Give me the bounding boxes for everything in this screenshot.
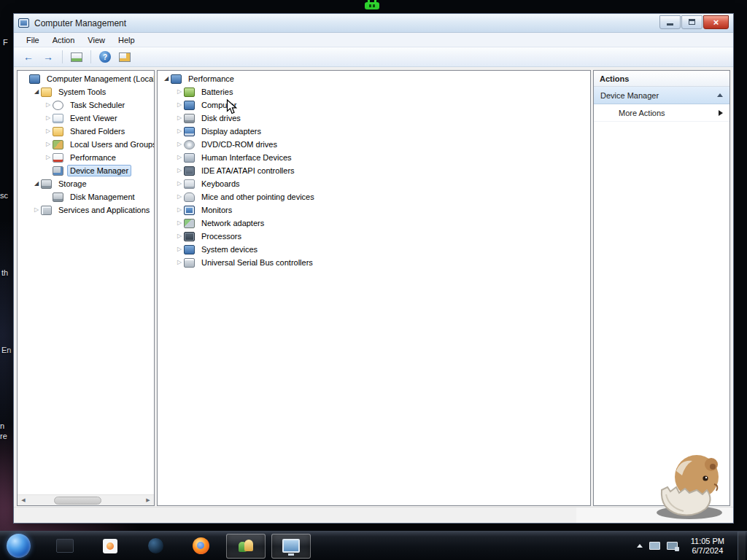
tree-item-computer-management-local[interactable]: Computer Management (Local [18,72,154,85]
expand-arrow-icon[interactable]: ▷ [175,88,184,96]
tree-item-shared-folders[interactable]: ▷Shared Folders [18,125,154,138]
tree-item-ide-ata-atapi-controllers[interactable]: ▷IDE ATA/ATAPI controllers [158,164,590,177]
tray-overflow-chevron-icon[interactable] [637,544,643,548]
expand-arrow-icon[interactable]: ▷ [175,114,184,122]
tree-item-batteries[interactable]: ▷Batteries [158,85,590,98]
expand-arrow-icon[interactable]: ▷ [44,128,53,135]
more-actions-item[interactable]: More Actions [594,104,729,122]
tree-item-display-adapters[interactable]: ▷Display adapters [158,125,590,138]
tree-item-processors[interactable]: ▷Processors [158,230,590,243]
expand-arrow-icon[interactable]: ▷ [175,101,184,109]
scroll-right-button[interactable]: ▶ [142,495,154,506]
tree-item-human-interface-devices[interactable]: ▷Human Interface Devices [158,151,590,164]
tree-item-local-users-and-groups[interactable]: ▷Local Users and Groups [18,138,154,151]
menu-file[interactable]: File [20,34,46,46]
help-button[interactable]: ? [96,49,114,65]
expand-arrow-icon[interactable]: ▷ [175,219,184,227]
start-button[interactable] [7,534,31,558]
collapse-chevron-icon[interactable] [717,93,723,97]
dm-hid-icon [184,153,195,163]
maximize-icon [689,19,695,25]
tree-item-monitors[interactable]: ▷Monitors [158,203,590,217]
expand-arrow-icon[interactable]: ▷ [175,128,184,135]
collapse-arrow-icon[interactable]: ◢ [32,88,41,96]
tree-item-label: Mice and other pointing devices [198,191,317,203]
forward-arrow-icon: → [43,52,53,62]
collapse-arrow-icon[interactable]: ◢ [32,180,41,187]
tree-item-label: Display adapters [198,125,264,137]
taskbar-app-dark-window[interactable] [45,534,85,559]
green-sprite-icon [363,0,381,13]
expand-arrow-icon[interactable]: ▷ [175,167,184,174]
tree-item-performance[interactable]: ▷Performance [18,151,154,164]
close-button[interactable]: × [703,15,729,29]
expand-arrow-icon[interactable]: ▷ [175,233,184,240]
tree-item-system-tools[interactable]: ◢System Tools [18,85,154,98]
tree-item-performance[interactable]: ◢Performance [158,72,590,85]
tree-item-disk-management[interactable]: Disk Management [18,190,154,203]
menu-help[interactable]: Help [112,34,142,46]
tree-item-keyboards[interactable]: ▷Keyboards [158,177,590,190]
left-pane-horizontal-scrollbar[interactable]: ◀ ▶ [18,494,154,505]
scrollbar-thumb[interactable] [54,497,101,505]
expand-arrow-icon[interactable]: ▷ [175,206,184,214]
minimize-button[interactable] [659,15,681,29]
clock-time: 11:05 PM [691,537,724,546]
toolbar-separator [62,50,63,63]
tree-item-computer[interactable]: ▷Computer [158,98,590,112]
help-icon: ? [99,51,111,63]
desktop: F sc th En n re Computer Management × Fi… [0,0,747,560]
expand-arrow-icon[interactable]: ▷ [175,180,184,187]
taskbar-app-browser[interactable] [136,534,175,559]
back-button[interactable]: ← [20,49,37,65]
expand-arrow-icon[interactable]: ▷ [175,141,184,148]
tree-item-event-viewer[interactable]: ▷Event Viewer [18,112,154,125]
title-bar[interactable]: Computer Management × [14,14,733,33]
expand-arrow-icon[interactable]: ▷ [44,114,53,122]
expand-arrow-icon[interactable]: ▷ [175,259,184,266]
tree-item-task-scheduler[interactable]: ▷Task Scheduler [18,98,154,112]
tree-item-label: DVD/CD-ROM drives [198,139,280,150]
dm-batteries-icon [184,88,195,97]
taskbar-app-user-accounts[interactable] [226,534,266,559]
taskbar-clock[interactable]: 11:05 PM 6/7/2024 [684,537,731,556]
menu-view[interactable]: View [81,34,112,46]
taskbar-app-media-player[interactable] [90,534,130,559]
dm-disk-icon [184,114,195,123]
expand-arrow-icon[interactable]: ▷ [32,206,41,214]
tree-item-universal-serial-bus-controllers[interactable]: ▷Universal Serial Bus controllers [158,256,590,269]
tree-item-storage[interactable]: ◢Storage [18,177,154,190]
tree-item-services-and-applications[interactable]: ▷Services and Applications [18,203,154,217]
expand-arrow-icon[interactable]: ▷ [175,246,184,253]
actions-device-manager-section[interactable]: Device Manager [594,87,729,104]
tree-item-dvd-cd-rom-drives[interactable]: ▷DVD/CD-ROM drives [158,138,590,151]
expand-arrow-icon[interactable]: ▷ [44,101,53,109]
tree-item-network-adapters[interactable]: ▷Network adapters [158,217,590,230]
forward-button[interactable]: → [39,49,57,65]
tree-item-system-devices[interactable]: ▷System devices [158,243,590,256]
expand-arrow-icon[interactable]: ▷ [44,141,53,148]
tree-item-disk-drives[interactable]: ▷Disk drives [158,112,590,125]
menu-action[interactable]: Action [46,34,82,46]
storage-icon [41,179,52,189]
console-window-icon [71,52,82,62]
expand-arrow-icon[interactable]: ▷ [175,154,184,161]
scrollbar-track[interactable] [29,495,142,506]
tree-item-device-manager[interactable]: Device Manager [18,164,154,177]
display-tray-icon[interactable] [649,542,660,550]
tree-item-mice-and-other-pointing-devices[interactable]: ▷Mice and other pointing devices [158,190,590,203]
tree-item-label: Processors [198,230,244,242]
maximize-button[interactable] [681,15,703,29]
expand-arrow-icon[interactable]: ▷ [175,193,184,201]
taskbar-app-firefox[interactable] [181,534,220,559]
taskbar-app-computer-management[interactable] [271,534,311,559]
collapse-arrow-icon[interactable]: ◢ [162,75,171,82]
expand-arrow-icon[interactable]: ▷ [44,154,53,161]
more-actions-label: More Actions [619,109,665,117]
network-tray-icon[interactable] [667,542,678,550]
show-console-tree-button[interactable] [68,49,85,65]
export-list-button[interactable] [116,49,133,65]
back-arrow-icon: ← [23,52,34,62]
show-desktop-button[interactable] [738,532,746,560]
scroll-left-button[interactable]: ◀ [18,495,29,506]
